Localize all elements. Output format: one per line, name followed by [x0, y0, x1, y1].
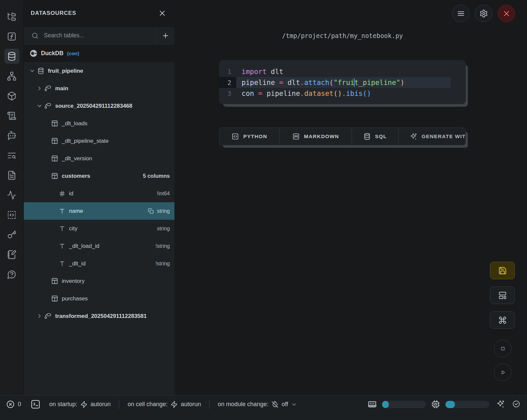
- activity-item-tracebacks[interactable]: [4, 148, 19, 163]
- window-actions: [452, 5, 515, 22]
- status-bar-row: 0 on startup:autorunon cell change:autor…: [0, 396, 527, 413]
- tree-item-_dlt_load_id[interactable]: _dlt_load_id!string: [24, 237, 174, 255]
- tree-item-main[interactable]: main: [24, 80, 174, 97]
- connection-row[interactable]: DuckDB (con): [24, 45, 174, 62]
- tree-item-_dlt_version[interactable]: _dlt_version: [24, 150, 174, 167]
- tree-item-type: string: [157, 226, 170, 232]
- code-text: con = pipeline.dataset().ibis(): [236, 88, 451, 99]
- activity-item-documentation[interactable]: [4, 168, 19, 183]
- tree-item-_dlt_loads[interactable]: _dlt_loads: [24, 115, 174, 132]
- activity-icon: [7, 190, 17, 200]
- tree-item-inventory[interactable]: inventory: [24, 272, 174, 290]
- line-number: 2: [219, 77, 236, 88]
- panels-icon: [498, 291, 507, 300]
- add-markdown-cell-button[interactable]: MARKDOWN: [280, 128, 352, 145]
- database-icon: [363, 133, 371, 140]
- connection-status-button[interactable]: [510, 400, 520, 409]
- add-cell-label: PYTHON: [243, 134, 267, 139]
- notebook-pen-icon: [7, 250, 17, 259]
- tree-item-label: id: [69, 190, 73, 197]
- code-line-3[interactable]: 3con = pipeline.dataset().ibis(): [219, 88, 466, 99]
- tree-item-_dlt_pipeline_state[interactable]: _dlt_pipeline_state: [24, 132, 174, 150]
- tree-item-name[interactable]: namestring: [24, 202, 174, 220]
- close-button[interactable]: [498, 5, 515, 22]
- notebook-file-path: /tmp/project/path/my_notebook.py: [219, 32, 466, 39]
- save-button[interactable]: [490, 262, 515, 279]
- tree-item-label: source_202504291112283468: [55, 103, 132, 109]
- activity-item-dependencies[interactable]: [4, 68, 19, 84]
- activity-item-secrets[interactable]: [4, 227, 19, 242]
- line-number: 3: [219, 88, 236, 99]
- timer-off-icon: [271, 401, 279, 408]
- code-line-2[interactable]: 2pipeline = dlt.attach("fruit_pipeline"): [219, 77, 466, 88]
- status-bar: 0 on startup:autorunon cell change:autor…: [0, 395, 527, 420]
- tree-item-label: main: [55, 85, 68, 92]
- panel-close-button[interactable]: [158, 9, 167, 18]
- code-cell[interactable]: 1import dlt2pipeline = dlt.attach("fruit…: [219, 60, 466, 104]
- search-box: [24, 27, 156, 44]
- schema-icon: [45, 85, 52, 92]
- command-palette-button[interactable]: [490, 311, 515, 329]
- network-icon: [7, 71, 17, 81]
- folder-tree-icon: [7, 12, 17, 21]
- terminal-button[interactable]: [30, 399, 41, 409]
- tree-item-transformed_202504291112283581[interactable]: transformed_202504291112283581: [24, 307, 174, 325]
- tree-item-fruit_pipeline[interactable]: fruit_pipeline: [24, 62, 174, 80]
- square-dashed-code-icon: [7, 210, 17, 220]
- generate-with-ai-button[interactable]: GENERATE WITH AI: [398, 128, 466, 145]
- settings-button[interactable]: [475, 5, 492, 22]
- tree-item-purchases[interactable]: purchases: [24, 290, 174, 307]
- ai-assistant-button[interactable]: [495, 400, 505, 409]
- datasource-tree: fruit_pipelinemainsource_202504291112283…: [24, 62, 174, 325]
- memory-usage-meter-fill: [382, 401, 389, 408]
- chevron-right-icon[interactable]: [36, 85, 43, 92]
- tree-item-label: transformed_202504291112283581: [55, 313, 147, 320]
- menu-button[interactable]: [452, 5, 470, 22]
- setting-on-cell-change[interactable]: on cell change:autorun: [119, 401, 209, 408]
- copy-icon[interactable]: [148, 208, 154, 214]
- tree-item-customers[interactable]: customers5 columns: [24, 167, 174, 185]
- plus-icon: [162, 32, 169, 40]
- activity-item-datasources[interactable]: [4, 49, 19, 64]
- circle-help-icon: [7, 270, 17, 279]
- stop-kernel-button[interactable]: [494, 340, 511, 357]
- play-icon: [499, 368, 507, 377]
- activity-item-outline[interactable]: [4, 187, 19, 203]
- add-sql-cell-button[interactable]: SQL: [352, 128, 398, 145]
- setting-on-module-change[interactable]: on module change:off: [209, 401, 305, 408]
- chevron-down-icon[interactable]: [36, 103, 43, 109]
- tree-item-id[interactable]: id!int64: [24, 185, 174, 202]
- tree-item-label: _dlt_id: [69, 260, 86, 267]
- chevron-down-icon[interactable]: [29, 68, 35, 74]
- search-input[interactable]: [44, 32, 156, 39]
- tree-item-_dlt_id[interactable]: _dlt_id!string: [24, 255, 174, 272]
- add-datasource-button[interactable]: [156, 27, 174, 44]
- type-icon: [59, 243, 65, 249]
- run-all-button[interactable]: [494, 363, 511, 381]
- activity-item-file-explorer[interactable]: [4, 9, 19, 24]
- activity-item-variables[interactable]: [4, 29, 19, 44]
- square-m-icon: [292, 133, 300, 140]
- activity-item-chat[interactable]: [4, 128, 19, 143]
- error-indicator[interactable]: 0: [6, 400, 21, 409]
- activity-bar: [0, 0, 24, 395]
- sparkles-icon: [410, 133, 417, 140]
- activity-item-logs[interactable]: [4, 108, 19, 123]
- activity-item-snippets[interactable]: [4, 207, 19, 222]
- activity-item-help[interactable]: [4, 267, 19, 282]
- activity-item-packages[interactable]: [4, 88, 19, 103]
- add-cell-label: MARKDOWN: [304, 134, 339, 139]
- code-line-1[interactable]: 1import dlt: [219, 66, 466, 77]
- chevron-right-icon[interactable]: [36, 313, 43, 319]
- setting-on-startup[interactable]: on startup:autorun: [41, 401, 119, 408]
- memory-icon: [368, 400, 377, 409]
- square-icon: [499, 344, 507, 353]
- layout-toggle-button[interactable]: [490, 286, 515, 304]
- tree-item-city[interactable]: citystring: [24, 220, 174, 237]
- tree-item-source_202504291112283468[interactable]: source_202504291112283468: [24, 97, 174, 115]
- search-icon: [31, 32, 39, 39]
- activity-item-scratchpad[interactable]: [4, 247, 19, 262]
- circle-check-icon: [512, 400, 520, 408]
- add-cell-label: SQL: [375, 134, 387, 139]
- add-python-cell-button[interactable]: PYTHON: [219, 128, 280, 145]
